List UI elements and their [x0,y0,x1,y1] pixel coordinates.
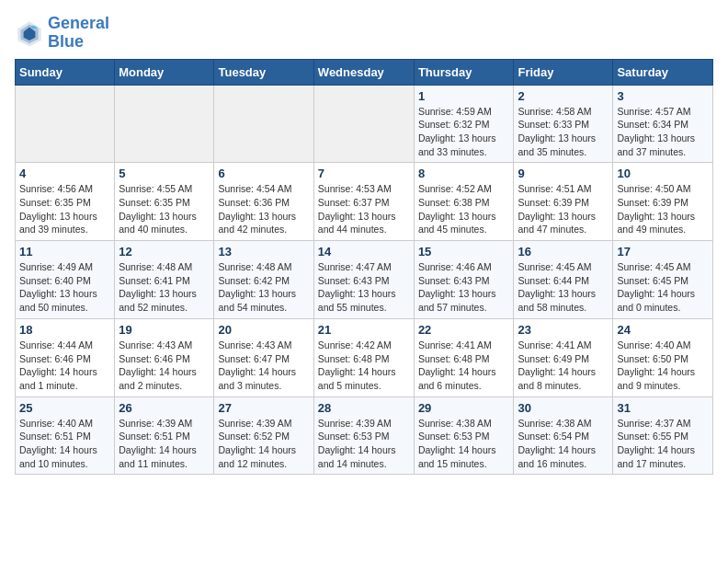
weekday-header-wednesday: Wednesday [313,59,414,85]
day-number: 10 [617,167,709,180]
day-info: Sunrise: 4:44 AM Sunset: 6:46 PM Dayligh… [19,339,110,393]
logo-text: General Blue [48,15,109,52]
calendar-cell: 1Sunrise: 4:59 AM Sunset: 6:32 PM Daylig… [414,85,514,163]
day-number: 22 [418,323,510,337]
day-info: Sunrise: 4:49 AM Sunset: 6:40 PM Dayligh… [19,260,110,315]
calendar-cell [313,85,414,163]
day-info: Sunrise: 4:48 AM Sunset: 6:42 PM Dayligh… [218,260,309,315]
day-info: Sunrise: 4:45 AM Sunset: 6:45 PM Dayligh… [617,260,709,315]
calendar-cell: 24Sunrise: 4:40 AM Sunset: 6:50 PM Dayli… [613,318,713,396]
header: General Blue [15,15,713,52]
day-info: Sunrise: 4:41 AM Sunset: 6:48 PM Dayligh… [418,339,510,393]
day-number: 20 [218,323,309,337]
weekday-header-sunday: Sunday [16,59,115,85]
day-number: 28 [318,401,410,415]
calendar-week-1: 1Sunrise: 4:59 AM Sunset: 6:32 PM Daylig… [16,85,713,163]
weekday-header-tuesday: Tuesday [214,59,313,85]
calendar-cell: 27Sunrise: 4:39 AM Sunset: 6:52 PM Dayli… [214,396,313,475]
calendar-cell: 30Sunrise: 4:38 AM Sunset: 6:54 PM Dayli… [514,396,613,475]
calendar-cell: 20Sunrise: 4:43 AM Sunset: 6:47 PM Dayli… [214,318,313,396]
day-info: Sunrise: 4:50 AM Sunset: 6:39 PM Dayligh… [617,182,709,236]
day-number: 4 [19,167,110,180]
calendar-cell: 19Sunrise: 4:43 AM Sunset: 6:46 PM Dayli… [115,318,214,396]
day-info: Sunrise: 4:52 AM Sunset: 6:38 PM Dayligh… [418,182,510,236]
day-info: Sunrise: 4:41 AM Sunset: 6:49 PM Dayligh… [518,339,609,393]
day-info: Sunrise: 4:46 AM Sunset: 6:43 PM Dayligh… [418,260,510,315]
calendar-header-row: SundayMondayTuesdayWednesdayThursdayFrid… [16,59,713,85]
calendar-cell [214,85,313,163]
weekday-header-friday: Friday [514,59,613,85]
day-info: Sunrise: 4:38 AM Sunset: 6:53 PM Dayligh… [418,417,510,471]
day-number: 21 [318,323,410,337]
day-number: 11 [19,245,110,259]
day-number: 30 [518,401,609,415]
calendar-cell: 26Sunrise: 4:39 AM Sunset: 6:51 PM Dayli… [115,396,214,475]
weekday-header-monday: Monday [115,59,214,85]
calendar-cell: 7Sunrise: 4:53 AM Sunset: 6:37 PM Daylig… [313,163,414,241]
logo-icon [15,18,44,48]
calendar-cell: 4Sunrise: 4:56 AM Sunset: 6:35 PM Daylig… [16,163,115,241]
calendar-cell [16,85,115,163]
day-number: 19 [119,323,210,337]
day-info: Sunrise: 4:45 AM Sunset: 6:44 PM Dayligh… [518,260,609,315]
calendar-cell: 25Sunrise: 4:40 AM Sunset: 6:51 PM Dayli… [16,396,115,475]
calendar-cell: 18Sunrise: 4:44 AM Sunset: 6:46 PM Dayli… [16,318,115,396]
day-info: Sunrise: 4:42 AM Sunset: 6:48 PM Dayligh… [318,339,410,393]
calendar-cell: 12Sunrise: 4:48 AM Sunset: 6:41 PM Dayli… [115,241,214,319]
day-info: Sunrise: 4:58 AM Sunset: 6:33 PM Dayligh… [518,105,609,159]
calendar-cell: 23Sunrise: 4:41 AM Sunset: 6:49 PM Dayli… [514,318,613,396]
day-info: Sunrise: 4:57 AM Sunset: 6:34 PM Dayligh… [617,105,709,159]
day-number: 8 [418,167,510,180]
day-info: Sunrise: 4:59 AM Sunset: 6:32 PM Dayligh… [418,105,510,159]
day-number: 14 [318,245,410,259]
calendar-table: SundayMondayTuesdayWednesdayThursdayFrid… [15,59,713,476]
day-number: 7 [318,167,410,180]
day-info: Sunrise: 4:43 AM Sunset: 6:46 PM Dayligh… [119,339,210,393]
calendar-cell: 31Sunrise: 4:37 AM Sunset: 6:55 PM Dayli… [613,396,713,475]
logo: General Blue [15,15,109,52]
day-number: 5 [119,167,210,180]
day-info: Sunrise: 4:39 AM Sunset: 6:52 PM Dayligh… [218,417,309,471]
calendar-cell: 2Sunrise: 4:58 AM Sunset: 6:33 PM Daylig… [514,85,613,163]
day-info: Sunrise: 4:38 AM Sunset: 6:54 PM Dayligh… [518,417,609,471]
calendar-cell: 22Sunrise: 4:41 AM Sunset: 6:48 PM Dayli… [414,318,514,396]
day-info: Sunrise: 4:37 AM Sunset: 6:55 PM Dayligh… [617,417,709,471]
day-number: 24 [617,323,709,337]
day-number: 17 [617,245,709,259]
calendar-cell: 8Sunrise: 4:52 AM Sunset: 6:38 PM Daylig… [414,163,514,241]
day-info: Sunrise: 4:54 AM Sunset: 6:36 PM Dayligh… [218,182,309,236]
day-number: 12 [119,245,210,259]
day-info: Sunrise: 4:39 AM Sunset: 6:51 PM Dayligh… [119,417,210,471]
calendar-cell: 10Sunrise: 4:50 AM Sunset: 6:39 PM Dayli… [613,163,713,241]
day-info: Sunrise: 4:53 AM Sunset: 6:37 PM Dayligh… [318,182,410,236]
day-number: 18 [19,323,110,337]
day-number: 16 [518,245,609,259]
calendar-cell: 14Sunrise: 4:47 AM Sunset: 6:43 PM Dayli… [313,241,414,319]
calendar-cell: 11Sunrise: 4:49 AM Sunset: 6:40 PM Dayli… [16,241,115,319]
day-number: 6 [218,167,309,180]
calendar-cell: 29Sunrise: 4:38 AM Sunset: 6:53 PM Dayli… [414,396,514,475]
day-number: 2 [518,89,609,103]
day-number: 26 [119,401,210,415]
calendar-cell [115,85,214,163]
day-info: Sunrise: 4:47 AM Sunset: 6:43 PM Dayligh… [318,260,410,315]
calendar-week-3: 11Sunrise: 4:49 AM Sunset: 6:40 PM Dayli… [16,241,713,319]
calendar-cell: 28Sunrise: 4:39 AM Sunset: 6:53 PM Dayli… [313,396,414,475]
day-number: 9 [518,167,609,180]
day-number: 13 [218,245,309,259]
calendar-cell: 21Sunrise: 4:42 AM Sunset: 6:48 PM Dayli… [313,318,414,396]
day-number: 31 [617,401,709,415]
day-number: 15 [418,245,510,259]
day-info: Sunrise: 4:39 AM Sunset: 6:53 PM Dayligh… [318,417,410,471]
day-number: 23 [518,323,609,337]
weekday-header-saturday: Saturday [613,59,713,85]
day-info: Sunrise: 4:40 AM Sunset: 6:51 PM Dayligh… [19,417,110,471]
calendar-cell: 9Sunrise: 4:51 AM Sunset: 6:39 PM Daylig… [514,163,613,241]
day-info: Sunrise: 4:55 AM Sunset: 6:35 PM Dayligh… [119,182,210,236]
calendar-cell: 6Sunrise: 4:54 AM Sunset: 6:36 PM Daylig… [214,163,313,241]
calendar-week-2: 4Sunrise: 4:56 AM Sunset: 6:35 PM Daylig… [16,163,713,241]
calendar-cell: 17Sunrise: 4:45 AM Sunset: 6:45 PM Dayli… [613,241,713,319]
day-number: 1 [418,89,510,103]
calendar-body: 1Sunrise: 4:59 AM Sunset: 6:32 PM Daylig… [16,85,713,475]
calendar-week-5: 25Sunrise: 4:40 AM Sunset: 6:51 PM Dayli… [16,396,713,475]
